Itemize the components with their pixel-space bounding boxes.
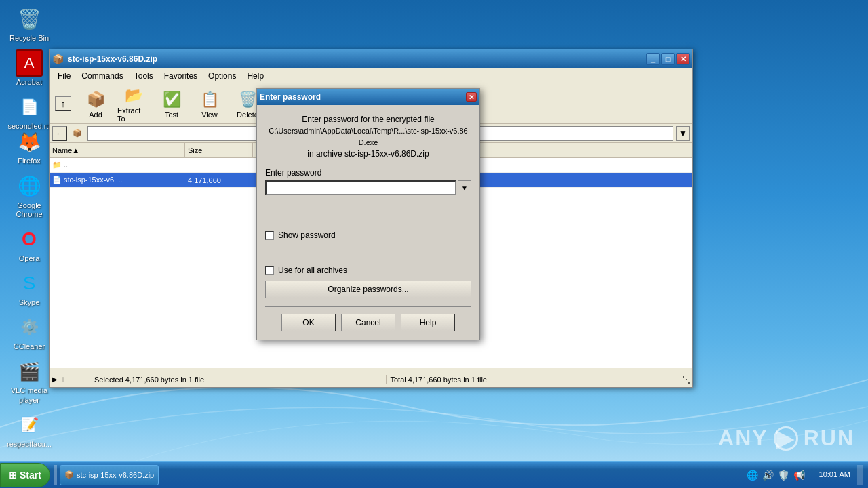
use-for-all-checkbox[interactable] — [265, 266, 274, 275]
password-dropdown-button[interactable]: ▼ — [458, 180, 471, 195]
toolbar-test-button[interactable]: ✅ Test — [154, 87, 189, 120]
show-password-label[interactable]: Show password — [278, 230, 336, 240]
help-button[interactable]: Help — [401, 314, 455, 331]
cancel-button[interactable]: Cancel — [341, 314, 395, 331]
taskbar-separator — [54, 465, 57, 485]
winrar-menubar: File Commands Tools Favorites Options He… — [50, 68, 692, 83]
desktop-icon-recycle-bin[interactable]: 🗑️ Recycle Bin — [5, 5, 53, 43]
menu-favorites[interactable]: Favorites — [159, 70, 203, 82]
desktop: 🗑️ Recycle Bin A Acrobat 📄 secondled.rtf… — [0, 0, 868, 488]
ok-button[interactable]: OK — [281, 314, 336, 331]
delete-icon: 🗑️ — [237, 89, 258, 110]
file-size-main: 4,171,660 — [185, 176, 253, 184]
winrar-statusbar: ▶ ⏸ Selected 4,171,660 bytes in 1 file T… — [50, 371, 692, 387]
desktop-icon-vlc[interactable]: 🎬 VLC media player — [5, 358, 53, 404]
dialog-close-button[interactable]: ✕ — [466, 92, 477, 102]
col-header-name[interactable]: Name ▲ — [50, 143, 185, 157]
recycle-bin-icon: 🗑️ — [16, 5, 43, 33]
dialog-info-line2: C:\Users\admin\AppData\Local\Temp\R...\s… — [265, 125, 471, 148]
anyrun-watermark: ANY ▶ RUN — [718, 426, 854, 451]
vlc-label: VLC media player — [5, 386, 53, 404]
col-header-size[interactable]: Size — [185, 143, 253, 157]
winrar-archive-badge: 📦 — [70, 129, 85, 138]
opera-icon: O — [16, 226, 43, 253]
clock-time: 10:01 AM — [819, 470, 850, 479]
acrobat-icon: A — [16, 49, 43, 77]
ccleaner-icon: ⚙️ — [16, 314, 43, 341]
flag-icon: 📢 — [793, 470, 805, 481]
winrar-minimize-button[interactable]: _ — [646, 53, 660, 65]
file-name-dotdot: 📁 .. — [50, 161, 185, 169]
dialog-buttons: OK Cancel Help — [265, 314, 471, 331]
use-for-all-label[interactable]: Use for all archives — [278, 266, 347, 275]
winrar-title: stc-isp-15xx-v6.86D.zip — [68, 54, 642, 64]
respectfacu-label: respectfacu... — [7, 440, 52, 449]
desktop-icon-chrome[interactable]: 🌐 Google Chrome — [5, 173, 53, 219]
show-password-row: Show password — [265, 230, 471, 240]
dialog-spacer — [265, 203, 471, 230]
address-back-button[interactable]: ← — [52, 126, 67, 141]
dialog-title: Enter password — [260, 92, 462, 102]
system-tray-icons: 🌐 🔊 🛡️ 📢 — [747, 470, 805, 481]
taskbar-system-area: 🌐 🔊 🛡️ 📢 10:01 AM — [741, 465, 868, 485]
password-input[interactable] — [265, 180, 456, 195]
add-label: Add — [89, 110, 102, 119]
security-icon: 🛡️ — [778, 470, 789, 481]
status-left: Selected 4,171,660 bytes in 1 file — [90, 375, 387, 384]
respectfacu-icon: 📝 — [16, 411, 43, 439]
statusbar-icons: ▶ ⏸ — [50, 375, 90, 383]
desktop-icon-firefox[interactable]: 🦊 Firefox — [5, 128, 53, 165]
chrome-label: Google Chrome — [5, 201, 53, 219]
acrobat-label: Acrobat — [16, 78, 42, 87]
toolbar-add-button[interactable]: 📦 Add — [78, 87, 113, 120]
desktop-icon-opera[interactable]: O Opera — [5, 226, 53, 263]
delete-label: Delete — [237, 110, 258, 119]
start-button[interactable]: ⊞ Start — [0, 463, 50, 487]
use-for-all-row: Use for all archives — [265, 266, 471, 275]
recycle-bin-label: Recycle Bin — [9, 34, 49, 43]
desktop-icon-skype[interactable]: S Skype — [5, 270, 53, 307]
show-password-checkbox[interactable] — [265, 231, 274, 240]
menu-options[interactable]: Options — [203, 70, 241, 82]
winrar-icon: 📦 — [52, 54, 64, 64]
toolbar-view-button[interactable]: 📋 View — [192, 87, 227, 120]
desktop-icon-respectfacu[interactable]: 📝 respectfacu... — [5, 411, 53, 449]
test-icon: ✅ — [161, 89, 182, 110]
address-dropdown-button[interactable]: ▼ — [676, 126, 690, 141]
password-label: Enter password — [265, 168, 471, 178]
firefox-icon: 🦊 — [16, 128, 43, 155]
anyrun-text: ANY — [718, 426, 768, 451]
menu-commands[interactable]: Commands — [76, 70, 128, 82]
file-name-main: 📄 stc-isp-15xx-v6.... — [50, 176, 185, 184]
winrar-close-button[interactable]: ✕ — [676, 53, 690, 65]
taskbar-winrar-icon: 📦 — [64, 470, 74, 479]
opera-label: Opera — [19, 254, 40, 263]
winrar-window-controls: _ □ ✕ — [646, 53, 690, 65]
desktop-icon-acrobat[interactable]: A Acrobat — [5, 49, 53, 87]
winrar-restore-button[interactable]: □ — [661, 53, 675, 65]
password-dialog: Enter password ✕ Enter password for the … — [256, 88, 480, 340]
show-desktop-button[interactable] — [857, 465, 863, 485]
anyrun-play-icon: ▶ — [774, 426, 798, 451]
dialog-body: Enter password for the encrypted file C:… — [257, 105, 479, 340]
chrome-icon: 🌐 — [16, 173, 43, 200]
menu-help[interactable]: Help — [241, 70, 269, 82]
volume-icon: 🔊 — [762, 470, 774, 481]
extract-label: Extract To — [117, 106, 150, 123]
menu-tools[interactable]: Tools — [129, 70, 159, 82]
toolbar-up-button[interactable]: ↑ — [55, 96, 71, 111]
desktop-icon-ccleaner[interactable]: ⚙️ CCleaner — [5, 314, 53, 351]
dialog-divider — [265, 306, 471, 307]
dialog-spacer2 — [265, 245, 471, 266]
organize-passwords-button[interactable]: Organize passwords... — [265, 281, 471, 298]
menu-file[interactable]: File — [52, 70, 76, 82]
add-icon: 📦 — [85, 89, 106, 110]
ccleaner-label: CCleaner — [14, 342, 45, 351]
skype-label: Skype — [19, 298, 40, 307]
start-orb: ⊞ — [9, 470, 17, 481]
view-label: View — [201, 110, 218, 119]
taskbar-winrar-button[interactable]: 📦 stc-isp-15xx-v6.86D.zip — [60, 465, 159, 485]
winrar-titlebar: 📦 stc-isp-15xx-v6.86D.zip _ □ ✕ — [50, 49, 692, 68]
taskbar-winrar-label: stc-isp-15xx-v6.86D.zip — [77, 471, 154, 479]
toolbar-extract-button[interactable]: 📂 Extract To — [116, 83, 151, 124]
